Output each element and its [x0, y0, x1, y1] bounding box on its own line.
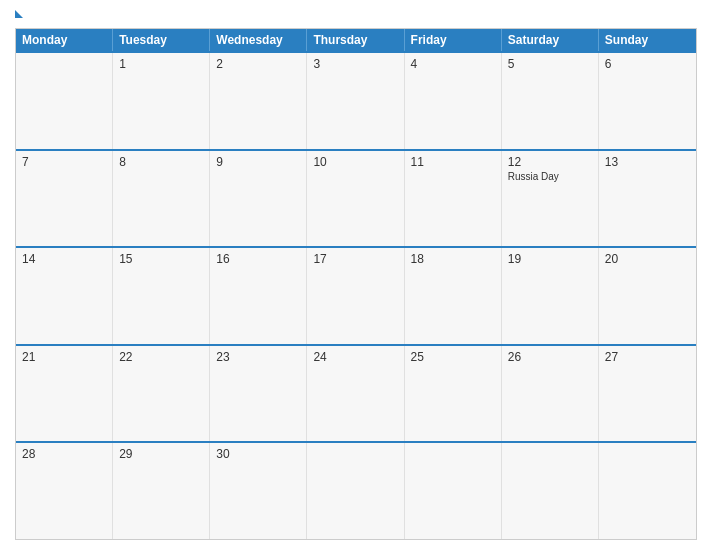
week-row-3: 21222324252627	[16, 344, 696, 442]
day-cell: 23	[210, 346, 307, 442]
day-header-thursday: Thursday	[307, 29, 404, 51]
day-headers-row: MondayTuesdayWednesdayThursdayFridaySatu…	[16, 29, 696, 51]
day-cell: 9	[210, 151, 307, 247]
day-number: 20	[605, 252, 690, 266]
day-number: 15	[119, 252, 203, 266]
day-number: 28	[22, 447, 106, 461]
day-header-friday: Friday	[405, 29, 502, 51]
day-cell: 15	[113, 248, 210, 344]
day-number: 17	[313, 252, 397, 266]
logo	[15, 10, 25, 20]
day-cell: 3	[307, 53, 404, 149]
day-cell: 24	[307, 346, 404, 442]
day-cell: 2	[210, 53, 307, 149]
day-cell: 28	[16, 443, 113, 539]
day-cell: 11	[405, 151, 502, 247]
day-cell: 6	[599, 53, 696, 149]
day-number: 6	[605, 57, 690, 71]
day-cell: 4	[405, 53, 502, 149]
day-number: 29	[119, 447, 203, 461]
day-cell: 21	[16, 346, 113, 442]
day-cell: 30	[210, 443, 307, 539]
day-cell: 7	[16, 151, 113, 247]
week-row-1: 789101112Russia Day13	[16, 149, 696, 247]
day-header-wednesday: Wednesday	[210, 29, 307, 51]
day-cell: 10	[307, 151, 404, 247]
day-number: 13	[605, 155, 690, 169]
day-cell: 8	[113, 151, 210, 247]
day-number: 26	[508, 350, 592, 364]
day-cell: 14	[16, 248, 113, 344]
day-cell: 13	[599, 151, 696, 247]
day-number: 5	[508, 57, 592, 71]
logo-triangle-icon	[15, 10, 23, 18]
week-row-0: 123456	[16, 51, 696, 149]
day-number: 22	[119, 350, 203, 364]
day-number: 25	[411, 350, 495, 364]
weeks-container: 123456789101112Russia Day131415161718192…	[16, 51, 696, 539]
day-cell	[405, 443, 502, 539]
day-cell: 1	[113, 53, 210, 149]
calendar-grid: MondayTuesdayWednesdayThursdayFridaySatu…	[15, 28, 697, 540]
day-cell: 25	[405, 346, 502, 442]
week-row-4: 282930	[16, 441, 696, 539]
day-cell: 16	[210, 248, 307, 344]
day-number: 30	[216, 447, 300, 461]
day-number: 9	[216, 155, 300, 169]
day-cell: 18	[405, 248, 502, 344]
day-number: 7	[22, 155, 106, 169]
day-cell: 27	[599, 346, 696, 442]
day-number: 4	[411, 57, 495, 71]
day-header-sunday: Sunday	[599, 29, 696, 51]
day-cell	[307, 443, 404, 539]
day-cell: 12Russia Day	[502, 151, 599, 247]
header	[15, 10, 697, 20]
day-number: 8	[119, 155, 203, 169]
day-header-tuesday: Tuesday	[113, 29, 210, 51]
day-number: 23	[216, 350, 300, 364]
day-number: 2	[216, 57, 300, 71]
day-cell	[599, 443, 696, 539]
week-row-2: 14151617181920	[16, 246, 696, 344]
day-number: 11	[411, 155, 495, 169]
day-cell	[502, 443, 599, 539]
day-cell: 20	[599, 248, 696, 344]
day-cell: 29	[113, 443, 210, 539]
day-number: 24	[313, 350, 397, 364]
day-number: 12	[508, 155, 592, 169]
day-cell: 26	[502, 346, 599, 442]
day-number: 21	[22, 350, 106, 364]
day-number: 16	[216, 252, 300, 266]
day-cell: 22	[113, 346, 210, 442]
day-cell: 19	[502, 248, 599, 344]
day-number: 14	[22, 252, 106, 266]
day-cell: 5	[502, 53, 599, 149]
day-cell	[16, 53, 113, 149]
day-number: 18	[411, 252, 495, 266]
day-header-monday: Monday	[16, 29, 113, 51]
day-number: 3	[313, 57, 397, 71]
day-header-saturday: Saturday	[502, 29, 599, 51]
day-number: 27	[605, 350, 690, 364]
day-number: 19	[508, 252, 592, 266]
holiday-label: Russia Day	[508, 171, 592, 183]
day-number: 10	[313, 155, 397, 169]
calendar-page: MondayTuesdayWednesdayThursdayFridaySatu…	[0, 0, 712, 550]
day-cell: 17	[307, 248, 404, 344]
logo-blue-text	[15, 10, 25, 20]
day-number: 1	[119, 57, 203, 71]
